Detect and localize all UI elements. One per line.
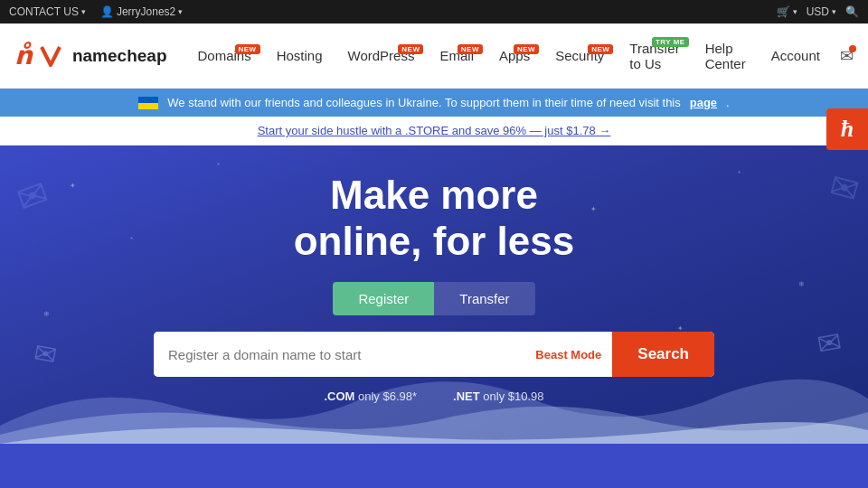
ukraine-text: We stand with our friends and colleagues… bbox=[167, 96, 680, 109]
apps-badge: NEW bbox=[514, 44, 539, 54]
top-bar-right: 🛒 ▾ USD ▾ 🔍 bbox=[777, 5, 859, 18]
contact-caret-icon: ▾ bbox=[81, 7, 86, 16]
search-icon-button[interactable]: 🔍 bbox=[845, 5, 859, 18]
currency-label: USD bbox=[807, 5, 829, 18]
contact-us-menu[interactable]: CONTACT US ▾ bbox=[9, 5, 86, 18]
transfer-tab[interactable]: Transfer bbox=[434, 282, 534, 315]
ukraine-period: . bbox=[726, 96, 730, 109]
envelope-right-top: ✉ bbox=[826, 166, 863, 212]
domain-hints: .COM only $6.98* .NET only $10.98 bbox=[324, 389, 543, 403]
cart-icon: 🛒 bbox=[777, 5, 790, 18]
search-button[interactable]: Search bbox=[612, 332, 714, 377]
security-badge: NEW bbox=[588, 44, 613, 54]
hero-section: ✦ * ✦ * ❄ ❄ * ✦ * ✉ ✉ ✉ ✉ Make more onli… bbox=[0, 145, 868, 444]
top-bar: CONTACT US ▾ 👤 JerryJones2 ▾ 🛒 ▾ USD ▾ 🔍 bbox=[0, 0, 868, 23]
star-3: ✦ bbox=[590, 205, 597, 213]
nav-item-apps[interactable]: NEW Apps bbox=[486, 41, 542, 70]
net-link[interactable]: .NET bbox=[453, 389, 480, 403]
nav-links: NEW Domains Hosting NEW WordPress NEW Em… bbox=[184, 33, 832, 79]
hero-title: Make more online, for less bbox=[294, 173, 575, 264]
com-link[interactable]: .COM bbox=[324, 389, 354, 403]
star-2: * bbox=[217, 161, 220, 169]
envelope-left-bottom: ✉ bbox=[33, 336, 61, 371]
haptic-icon-button[interactable]: ħ bbox=[826, 108, 868, 150]
search-icon: 🔍 bbox=[845, 5, 859, 18]
ukraine-flag-icon bbox=[138, 97, 158, 109]
star-4: * bbox=[738, 169, 741, 177]
user-icon: 👤 bbox=[100, 5, 114, 18]
nav-item-wordpress[interactable]: NEW WordPress bbox=[335, 41, 428, 70]
nav-item-help[interactable]: Help Center bbox=[693, 33, 759, 79]
nav-item-hosting[interactable]: Hosting bbox=[264, 41, 335, 70]
com-hint: .COM only $6.98* bbox=[324, 389, 417, 403]
haptic-h-icon: ħ bbox=[841, 116, 854, 143]
hero-title-line2: online, for less bbox=[294, 219, 575, 263]
nav-item-domains[interactable]: NEW Domains bbox=[184, 41, 263, 70]
nav-right: ✉ bbox=[833, 42, 862, 70]
envelope-left-top: ✉ bbox=[11, 172, 54, 221]
logo-svg-icon bbox=[38, 43, 63, 69]
nav-item-transfer[interactable]: TRY ME Transfer to Us bbox=[617, 33, 692, 79]
currency-caret-icon: ▾ bbox=[832, 7, 836, 16]
cart-button[interactable]: 🛒 ▾ bbox=[777, 5, 797, 18]
logo-icon: n̊ bbox=[14, 41, 33, 70]
nav-item-email[interactable]: NEW Email bbox=[427, 41, 486, 70]
promo-banner: Start your side hustle with a .STORE and… bbox=[0, 117, 868, 145]
email-icon-button[interactable]: ✉ bbox=[833, 42, 862, 70]
flag-yellow bbox=[138, 103, 158, 109]
net-hint: .NET only $10.98 bbox=[453, 389, 543, 403]
nav-item-security[interactable]: NEW Security bbox=[542, 41, 617, 70]
logo-text: namecheap bbox=[72, 46, 167, 66]
user-caret-icon: ▾ bbox=[178, 7, 183, 16]
promo-link[interactable]: Start your side hustle with a .STORE and… bbox=[258, 124, 611, 137]
net-price: only $10.98 bbox=[483, 389, 543, 403]
nav-bar: n̊ namecheap NEW Domains Hosting NEW Wor… bbox=[0, 23, 868, 89]
email-notification-dot bbox=[849, 45, 856, 52]
ukraine-banner: We stand with our friends and colleagues… bbox=[0, 89, 868, 117]
contact-us-label: CONTACT US bbox=[9, 5, 79, 18]
wordpress-badge: NEW bbox=[398, 44, 423, 54]
email-badge: NEW bbox=[458, 44, 483, 54]
user-menu[interactable]: 👤 JerryJones2 ▾ bbox=[100, 5, 183, 18]
flag-blue bbox=[138, 97, 158, 103]
star-1: ✦ bbox=[70, 182, 76, 190]
search-bar: Beast Mode Search bbox=[154, 332, 714, 377]
transfer-badge: TRY ME bbox=[652, 37, 689, 47]
cart-caret-icon: ▾ bbox=[793, 7, 797, 16]
star-7: * bbox=[130, 235, 133, 243]
account-label: Account bbox=[771, 48, 820, 63]
username-label: JerryJones2 bbox=[117, 5, 175, 18]
logo-link[interactable]: n̊ namecheap bbox=[14, 41, 166, 70]
top-bar-left: CONTACT US ▾ 👤 JerryJones2 ▾ bbox=[9, 5, 183, 18]
currency-selector[interactable]: USD ▾ bbox=[807, 5, 836, 18]
domain-search-input[interactable] bbox=[154, 332, 524, 377]
nav-item-account[interactable]: Account bbox=[759, 41, 833, 70]
hosting-label: Hosting bbox=[277, 48, 323, 63]
register-tab[interactable]: Register bbox=[333, 282, 434, 315]
tab-buttons: Register Transfer bbox=[333, 282, 534, 315]
ukraine-link[interactable]: page bbox=[690, 96, 717, 109]
star-6: ❄ bbox=[798, 280, 805, 288]
beast-mode-button[interactable]: Beast Mode bbox=[524, 332, 612, 377]
domains-badge: NEW bbox=[235, 44, 260, 54]
star-5: ❄ bbox=[43, 310, 50, 318]
com-price: only $6.98* bbox=[358, 389, 417, 403]
hero-title-line1: Make more bbox=[330, 173, 538, 217]
help-label: Help Center bbox=[705, 41, 746, 71]
envelope-right-bottom: ✉ bbox=[815, 324, 844, 362]
